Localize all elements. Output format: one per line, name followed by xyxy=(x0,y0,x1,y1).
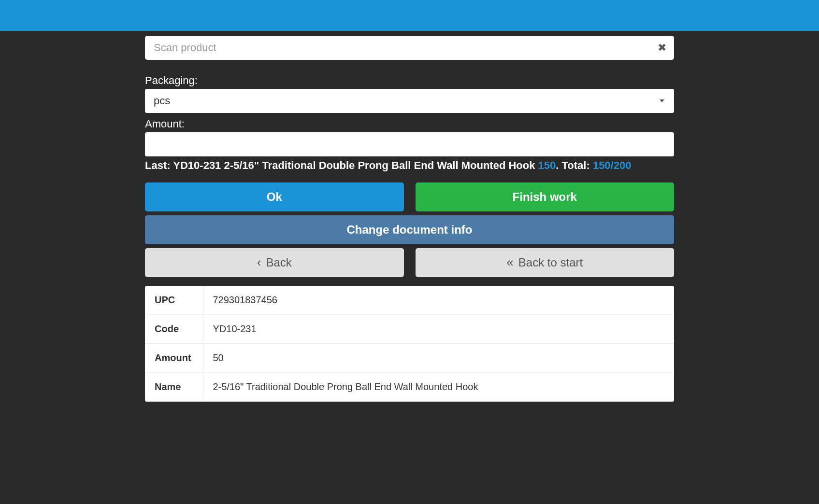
name-value-cell: 2-5/16" Traditional Double Prong Ball En… xyxy=(203,373,674,402)
status-dot: . xyxy=(556,159,561,171)
status-line: Last: YD10-231 2-5/16" Traditional Doubl… xyxy=(145,159,674,172)
back-button[interactable]: ‹ Back xyxy=(145,248,404,277)
table-row: UPC 729301837456 xyxy=(145,286,674,315)
packaging-select[interactable]: pcs xyxy=(145,89,674,113)
back-to-start-button[interactable]: « Back to start xyxy=(416,248,675,277)
table-row: Code YD10-231 xyxy=(145,315,674,344)
back-button-label: Back xyxy=(266,256,291,269)
code-value-cell: YD10-231 xyxy=(203,315,674,344)
ok-button[interactable]: Ok xyxy=(145,182,404,211)
amount-label: Amount: xyxy=(145,118,674,130)
amount-input[interactable] xyxy=(145,132,674,156)
name-label-cell: Name xyxy=(145,373,203,402)
back-to-start-button-label: Back to start xyxy=(518,256,583,269)
chevron-left-icon: ‹ xyxy=(257,256,261,268)
upc-value-cell: 729301837456 xyxy=(203,286,674,315)
double-chevron-left-icon: « xyxy=(506,256,513,268)
product-info-table: UPC 729301837456 Code YD10-231 Amount 50… xyxy=(145,286,674,402)
scan-product-input[interactable] xyxy=(145,36,674,60)
packaging-select-wrap: pcs xyxy=(145,89,674,113)
amount-label-cell: Amount xyxy=(145,344,203,373)
status-total-value: 150/200 xyxy=(593,159,632,171)
status-last-count: 150 xyxy=(538,159,556,171)
change-document-info-button[interactable]: Change document info xyxy=(145,215,674,244)
upc-label-cell: UPC xyxy=(145,286,203,315)
status-total-label: Total: xyxy=(562,159,593,171)
clear-icon[interactable]: ✖ xyxy=(658,42,666,53)
packaging-label: Packaging: xyxy=(145,74,674,87)
scan-product-search: ✖ xyxy=(145,36,674,60)
table-row: Name 2-5/16" Traditional Double Prong Ba… xyxy=(145,373,674,402)
top-header-bar xyxy=(0,0,819,31)
finish-work-button[interactable]: Finish work xyxy=(416,182,675,211)
code-label-cell: Code xyxy=(145,315,203,344)
table-row: Amount 50 xyxy=(145,344,674,373)
status-last-prefix: Last: xyxy=(145,159,173,171)
status-last-text: YD10-231 2-5/16" Traditional Double Pron… xyxy=(173,159,538,171)
amount-value-cell: 50 xyxy=(203,344,674,373)
